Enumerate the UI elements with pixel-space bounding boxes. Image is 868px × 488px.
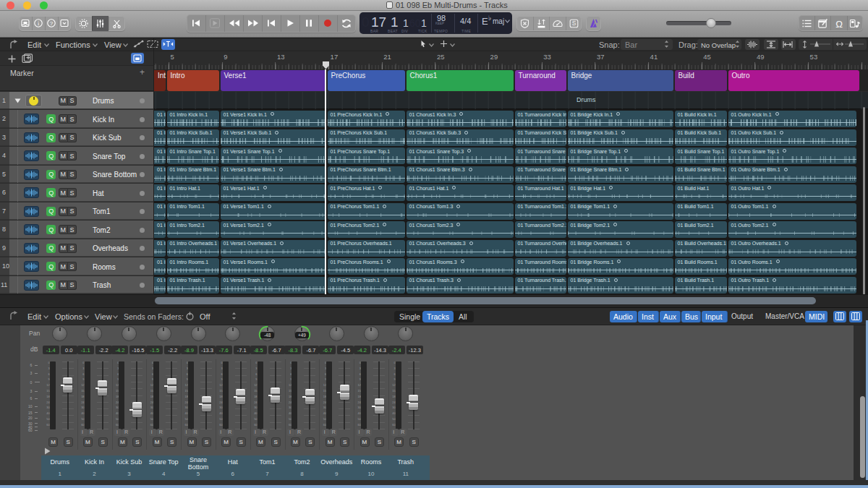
svg-text:Ω: Ω — [835, 19, 843, 30]
svg-text:i: i — [38, 20, 40, 27]
svg-text:S: S — [571, 20, 576, 27]
svg-text:?: ? — [50, 20, 54, 27]
